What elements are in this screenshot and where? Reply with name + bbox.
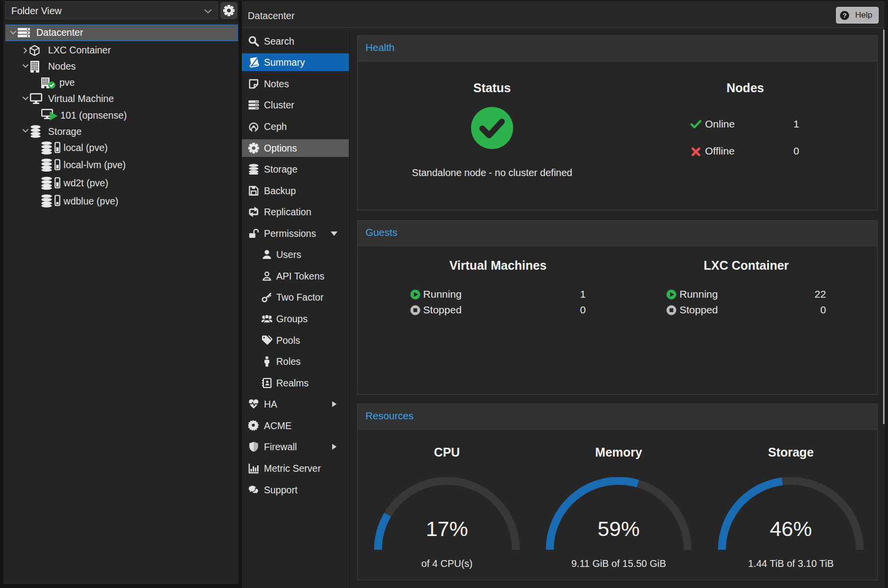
svg-text:?: ? xyxy=(842,12,846,19)
